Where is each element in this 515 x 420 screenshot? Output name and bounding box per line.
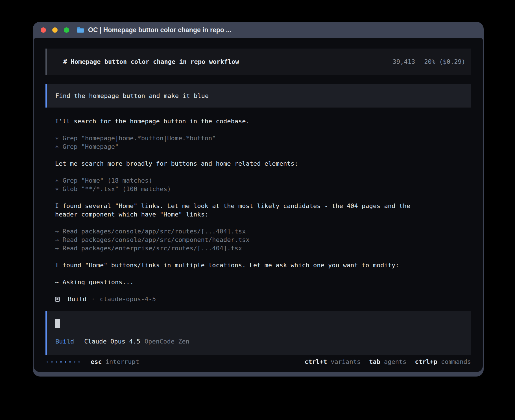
context-cost: 20% ($0.29) xyxy=(424,58,465,66)
prompt-input[interactable]: Build Claude Opus 4.5 OpenCode Zen xyxy=(45,311,471,355)
zoom-button[interactable] xyxy=(64,27,69,33)
esc-action-label: interrupt xyxy=(106,358,139,366)
input-model-label: Claude Opus 4.5 xyxy=(84,337,140,346)
text-cursor xyxy=(55,319,60,328)
assistant-text-line: I found several "Home" links. Let me loo… xyxy=(55,202,419,219)
session-stats: 39,413 20% ($0.29) xyxy=(393,58,465,66)
transcript: I'll search for the homepage button in t… xyxy=(45,117,471,303)
commands-key-label: ctrl+p xyxy=(415,358,437,366)
titlebar: OC | Homepage button color change in rep… xyxy=(33,22,484,38)
tool-call-line: ∗ Grep "Home" (18 matches) xyxy=(55,176,419,185)
assistant-text-line: Let me search more broadly for buttons a… xyxy=(55,159,419,168)
user-message-text: Find the homepage button and make it blu… xyxy=(55,92,209,100)
commands-action-label: commands xyxy=(441,358,471,366)
traffic-lights xyxy=(41,27,69,33)
window-title: OC | Homepage button color change in rep… xyxy=(88,26,231,34)
variants-key-label: ctrl+t xyxy=(305,358,327,366)
shortcut-hints: ctrl+t variants tab agents ctrl+p comman… xyxy=(305,358,471,366)
tool-call-line: → Read packages/console/app/src/routes/[… xyxy=(55,227,419,236)
variants-action-label: variants xyxy=(331,358,361,366)
agents-key-label: tab xyxy=(369,358,380,366)
status-bar: esc interrupt ctrl+t variants tab agents… xyxy=(34,355,483,372)
tool-call-line: → Read packages/console/app/src/componen… xyxy=(55,236,419,244)
agent-separator: · xyxy=(91,295,95,303)
esc-key-label: esc xyxy=(91,358,102,366)
agent-model: claude-opus-4-5 xyxy=(100,295,156,303)
session-content: # Homepage button color change in repo w… xyxy=(34,38,483,355)
shortcut-agents: tab agents xyxy=(369,358,406,366)
agent-name: Build xyxy=(68,295,86,303)
token-count: 39,413 xyxy=(393,58,415,66)
window-title-group: OC | Homepage button color change in rep… xyxy=(77,26,231,34)
folder-icon xyxy=(77,27,84,33)
shortcut-commands: ctrl+p commands xyxy=(415,358,471,366)
tool-call-line: ∗ Glob "**/*.tsx" (100 matches) xyxy=(55,185,419,193)
shortcut-esc-interrupt: esc interrupt xyxy=(91,358,139,366)
input-provider-label: OpenCode Zen xyxy=(145,337,189,346)
tool-call-line: → Read packages/enterprise/src/routes/[.… xyxy=(55,244,419,253)
assistant-text-line: ~ Asking questions... xyxy=(55,278,419,286)
input-agent-label: Build xyxy=(55,337,74,346)
tool-call-line: ∗ Grep "Homepage" xyxy=(55,143,419,151)
input-status-row: Build Claude Opus 4.5 OpenCode Zen xyxy=(55,337,460,346)
assistant-text-line: I found "Home" buttons/links in multiple… xyxy=(55,261,419,270)
build-agent-icon xyxy=(55,297,60,302)
assistant-text-line: I'll search for the homepage button in t… xyxy=(55,117,419,126)
terminal-window: OC | Homepage button color change in rep… xyxy=(33,22,484,377)
agent-status-line: Build · claude-opus-4-5 xyxy=(55,295,471,303)
close-button[interactable] xyxy=(41,27,46,33)
agents-action-label: agents xyxy=(384,358,406,366)
dotted-progress-spinner-icon xyxy=(47,361,80,363)
session-title: # Homepage button color change in repo w… xyxy=(63,58,239,66)
minimize-button[interactable] xyxy=(52,27,58,33)
shortcut-variants: ctrl+t variants xyxy=(305,358,361,366)
session-header: # Homepage button color change in repo w… xyxy=(45,49,471,75)
user-message: Find the homepage button and make it blu… xyxy=(45,84,471,108)
terminal-body: # Homepage button color change in repo w… xyxy=(34,38,483,372)
tool-call-line: ∗ Grep "homepage|home.*button|Home.*butt… xyxy=(55,134,419,143)
